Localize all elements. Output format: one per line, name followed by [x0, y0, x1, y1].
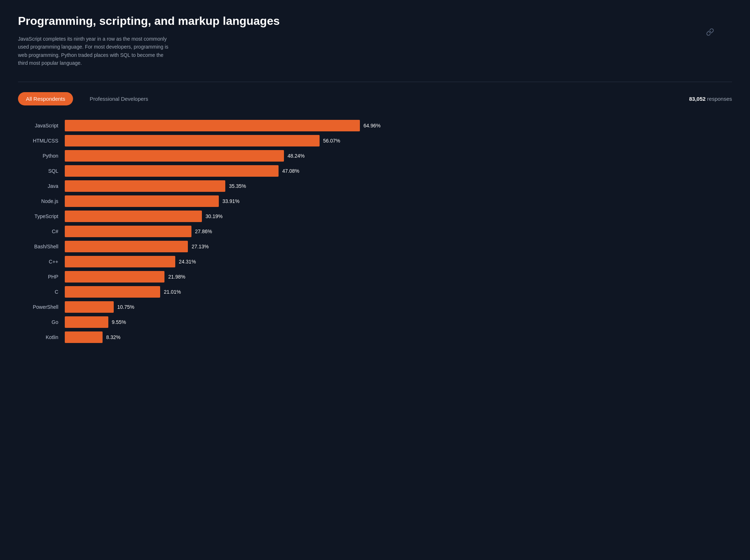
bar-label: C++ — [18, 259, 65, 265]
bar-label: Kotlin — [18, 334, 65, 340]
bar-track: 8.32% — [65, 331, 732, 343]
responses-label: 83,052 responses — [689, 96, 732, 102]
bar-pct-label: 33.91% — [222, 198, 239, 204]
bar-track: 10.75% — [65, 301, 732, 313]
bar-pct-label: 64.96% — [363, 123, 380, 128]
bar-fill — [65, 331, 103, 343]
bar-fill — [65, 180, 225, 192]
bar-track: 47.08% — [65, 165, 732, 177]
bar-label: PowerShell — [18, 304, 65, 310]
bar-label: TypeScript — [18, 213, 65, 219]
bar-pct-label: 30.19% — [205, 213, 222, 219]
filter-row: All Respondents Professional Developers … — [18, 92, 732, 105]
bar-track: 27.13% — [65, 241, 732, 252]
bar-fill — [65, 271, 164, 283]
tab-professional-developers[interactable]: Professional Developers — [82, 92, 156, 105]
bar-pct-label: 48.24% — [288, 153, 304, 159]
bar-track: 64.96% — [65, 120, 732, 131]
tab-all-respondents[interactable]: All Respondents — [18, 92, 73, 105]
bar-chart: JavaScript64.96%HTML/CSS56.07%Python48.2… — [18, 120, 732, 347]
bar-track: 48.24% — [65, 150, 732, 162]
bar-row: Go9.55% — [18, 316, 732, 328]
bar-pct-label: 56.07% — [323, 138, 340, 144]
bar-fill — [65, 195, 219, 207]
bar-fill — [65, 286, 160, 298]
bar-row: PHP21.98% — [18, 271, 732, 283]
bar-fill — [65, 241, 188, 252]
bar-row: JavaScript64.96% — [18, 120, 732, 131]
bar-pct-label: 47.08% — [282, 168, 299, 174]
responses-count: 83,052 — [689, 96, 706, 102]
bar-row: C#27.86% — [18, 226, 732, 237]
bar-track: 33.91% — [65, 195, 732, 207]
bar-label: JavaScript — [18, 123, 65, 128]
bar-row: Node.js33.91% — [18, 195, 732, 207]
bar-pct-label: 27.13% — [191, 244, 208, 249]
bar-track: 21.01% — [65, 286, 732, 298]
bar-track: 24.31% — [65, 256, 732, 267]
bar-label: Python — [18, 153, 65, 159]
bar-label: C# — [18, 229, 65, 234]
bar-fill — [65, 135, 320, 146]
bar-label: Java — [18, 183, 65, 189]
bar-track: 21.98% — [65, 271, 732, 283]
bar-fill — [65, 316, 108, 328]
bar-pct-label: 27.86% — [195, 229, 212, 234]
bar-row: PowerShell10.75% — [18, 301, 732, 313]
bar-row: Kotlin8.32% — [18, 331, 732, 343]
bar-row: Python48.24% — [18, 150, 732, 162]
bar-pct-label: 21.98% — [168, 274, 185, 280]
bar-row: SQL47.08% — [18, 165, 732, 177]
bar-label: SQL — [18, 168, 65, 174]
page-description: JavaScript completes its ninth year in a… — [18, 35, 173, 67]
bar-row: C++24.31% — [18, 256, 732, 267]
bar-row: HTML/CSS56.07% — [18, 135, 732, 146]
bar-track: 30.19% — [65, 211, 732, 222]
bar-track: 56.07% — [65, 135, 732, 146]
bar-pct-label: 35.35% — [229, 183, 246, 189]
filter-tabs: All Respondents Professional Developers — [18, 92, 156, 105]
bar-label: C — [18, 289, 65, 295]
bar-track: 35.35% — [65, 180, 732, 192]
section-divider — [18, 82, 732, 82]
bar-fill — [65, 301, 114, 313]
bar-fill — [65, 211, 202, 222]
bar-pct-label: 8.32% — [106, 334, 121, 340]
bar-pct-label: 24.31% — [179, 259, 196, 265]
bar-fill — [65, 150, 284, 162]
link-icon[interactable] — [706, 28, 714, 38]
bar-fill — [65, 226, 191, 237]
bar-row: Java35.35% — [18, 180, 732, 192]
responses-suffix: responses — [706, 96, 732, 102]
bar-label: Go — [18, 319, 65, 325]
bar-fill — [65, 256, 175, 267]
bar-label: Node.js — [18, 198, 65, 204]
bar-pct-label: 9.55% — [112, 319, 126, 325]
bar-row: Bash/Shell27.13% — [18, 241, 732, 252]
bar-row: TypeScript30.19% — [18, 211, 732, 222]
bar-label: Bash/Shell — [18, 244, 65, 249]
bar-row: C21.01% — [18, 286, 732, 298]
bar-track: 9.55% — [65, 316, 732, 328]
bar-track: 27.86% — [65, 226, 732, 237]
bar-fill — [65, 120, 360, 131]
bar-pct-label: 21.01% — [164, 289, 181, 295]
bar-pct-label: 10.75% — [117, 304, 134, 310]
page-title: Programming, scripting, and markup langu… — [18, 14, 732, 28]
bar-label: PHP — [18, 274, 65, 280]
bar-fill — [65, 165, 279, 177]
bar-label: HTML/CSS — [18, 138, 65, 144]
